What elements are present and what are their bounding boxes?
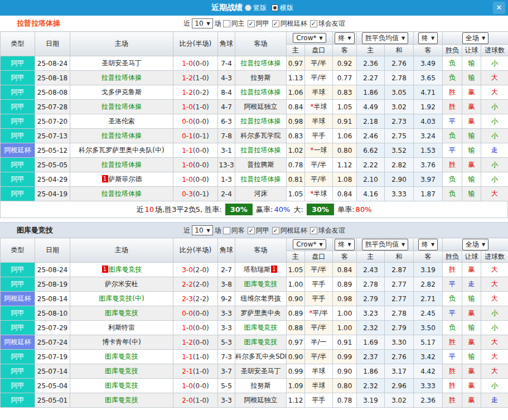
home-odds-cell: 0.84 xyxy=(287,100,305,114)
home-odds-cell: 0.97 xyxy=(287,335,305,350)
goals-result-cell: 小 xyxy=(481,56,508,71)
col-header-type: 类型 xyxy=(1,32,35,56)
fulltime-score: 1-0 xyxy=(182,324,193,332)
team-recent-results-section: 拉普拉塔体操 近 10 ▼ 场 同主✓阿甲✓阿根廷杯✓球会友谊 xyxy=(0,16,508,218)
league-type-cell: 阿根廷杯 xyxy=(1,143,35,158)
team-name-text: 拉普拉塔体操 xyxy=(101,103,142,110)
corner-cell: 2-7 xyxy=(218,263,235,277)
draw-avg-cell: 3.52 xyxy=(385,143,414,158)
col-header-away: 客场 xyxy=(235,238,287,263)
league-type-cell: 阿甲 xyxy=(1,364,35,379)
wdl-final-select[interactable]: 终▼ xyxy=(418,239,438,250)
handicap-result-cell: 输 xyxy=(462,56,481,71)
home-odds-cell: 1.05 xyxy=(287,187,305,201)
win-avg-cell: 2.10 xyxy=(357,172,385,187)
summary-segment: 30% xyxy=(307,204,334,215)
filter-checkbox[interactable]: ✓ xyxy=(310,20,317,27)
match-row: 阿甲 25-08-19 萨尔米安杜 2-2(2-0) 3-8 图库曼竞技 1.0… xyxy=(1,277,508,292)
draw-avg-cell: 2.76 xyxy=(385,350,414,364)
filter-checkbox[interactable]: ✓ xyxy=(272,20,279,27)
filter-checkbox[interactable] xyxy=(223,227,230,234)
corner-cell: 9-2 xyxy=(218,292,235,306)
lose-avg-cell: 3.97 xyxy=(414,172,443,187)
fulltime-header: 全场▼ xyxy=(443,32,508,45)
layout-radio[interactable] xyxy=(272,4,278,11)
home-team-cell: 拉普拉塔体操 xyxy=(70,100,173,114)
odds-provider-select[interactable]: Crow*▼ xyxy=(293,239,326,249)
draw-avg-cell: 3.17 xyxy=(385,364,414,379)
odds-final-select[interactable]: 终▼ xyxy=(335,32,354,44)
win-avg-cell: 4.16 xyxy=(357,187,385,201)
col-header-corner: 角球 xyxy=(218,238,235,263)
close-button[interactable]: ✕ xyxy=(493,2,505,14)
filter-checkbox-label: 阿根廷杯 xyxy=(280,19,307,28)
filter-checkbox[interactable]: ✓ xyxy=(310,227,317,234)
handicap-result-cell: 输 xyxy=(462,172,481,187)
halftime-score: (0-1) xyxy=(193,190,209,198)
result-cell: 胜 xyxy=(443,100,462,114)
away-team-cell: 普拉腾斯 xyxy=(235,158,287,172)
date-cell: 25-05-05 xyxy=(35,158,70,172)
team-name-text: 河床 xyxy=(254,190,268,197)
match-count-select[interactable]: 10 ▼ xyxy=(192,18,212,28)
team-name-text: 科尔多瓦罗萨里奥中央队(中) xyxy=(79,146,164,154)
wdl-final-select[interactable]: 终▼ xyxy=(418,32,438,44)
filter-checkbox[interactable]: ✓ xyxy=(248,20,255,27)
wdl-average-header: 胜平负均值▼ xyxy=(357,32,414,45)
filter-checkbox[interactable]: ✓ xyxy=(272,227,279,234)
team-name: 图库曼竞技 xyxy=(17,223,53,238)
sub-header-handicap-result: 让球 xyxy=(462,45,481,56)
layout-radio[interactable] xyxy=(245,4,251,11)
lose-avg-cell: 3.19 xyxy=(414,263,443,277)
date-cell: 25-08-08 xyxy=(35,85,70,100)
home-odds-cell: 0.99 xyxy=(287,364,305,379)
lose-avg-cell: 3.42 xyxy=(414,350,443,364)
odds-provider-select[interactable]: Crow*▼ xyxy=(293,33,326,43)
wdl-average-select[interactable]: 胜平负均值▼ xyxy=(362,239,408,250)
fulltime-select[interactable]: 全场▼ xyxy=(462,32,488,44)
filter-checkbox[interactable]: ✓ xyxy=(248,227,255,234)
home-team-cell: 圣洛伦索 xyxy=(70,114,173,129)
score-cell: 1-0(0-0) xyxy=(173,321,218,335)
sub-header-away-odds: 客 xyxy=(333,251,357,263)
odds-final-select[interactable]: 终▼ xyxy=(335,239,354,250)
home-odds-cell: 0.90 xyxy=(287,292,305,306)
home-odds-cell: 1.09 xyxy=(287,379,305,393)
filter-checkbox[interactable] xyxy=(223,20,230,27)
score-cell: 0-0(0-0) xyxy=(173,306,218,321)
draw-avg-cell: 2.79 xyxy=(385,321,414,335)
lose-avg-cell: 4.71 xyxy=(414,85,443,100)
lose-avg-cell: 1.87 xyxy=(414,187,443,201)
col-header-date: 日期 xyxy=(35,32,70,56)
halftime-score: (0-2) xyxy=(193,89,209,96)
halftime-score: (1-0) xyxy=(193,74,209,82)
wdl-average-select[interactable]: 胜平负均值▼ xyxy=(362,32,408,44)
win-avg-cell: 2.27 xyxy=(357,71,385,85)
col-header-score: 比分(半场) xyxy=(173,238,218,263)
home-team-cell: 拉普拉塔体操 xyxy=(70,187,173,201)
goals-result-cell: 小 xyxy=(481,306,508,321)
win-avg-cell: 2.37 xyxy=(357,350,385,364)
win-avg-cell: 2.18 xyxy=(357,114,385,129)
layout-radio-label: 竖版 xyxy=(253,3,267,13)
halftime-score: (1-0) xyxy=(193,353,209,361)
fulltime-select[interactable]: 全场▼ xyxy=(462,239,488,250)
date-cell: 25-08-24 xyxy=(35,263,70,277)
away-team-cell: 拉普拉塔体操 xyxy=(235,172,287,187)
match-count-select[interactable]: 10 ▼ xyxy=(192,225,212,235)
fulltime-score: 1-1 xyxy=(182,353,193,361)
halftime-score: (0-0) xyxy=(193,60,209,67)
team-name-text: 科尔多瓦中央SDE xyxy=(235,353,287,360)
team-name-text: 图库曼竞技 xyxy=(109,265,142,273)
home-team-cell: 图库曼竞技 xyxy=(70,364,173,379)
match-row: 阿甲 25-05-04 图库曼竞技 1-0(0-0) 5-5 拉努斯 1.09 … xyxy=(1,379,508,393)
handicap-result-cell: 赢 xyxy=(462,85,481,100)
sub-header-goals-result: 进球数 xyxy=(481,251,508,263)
league-type-cell: 阿甲 xyxy=(1,129,35,143)
handicap-cell: 平手 xyxy=(305,277,333,292)
team-name-text: 圣胡安圣马丁 xyxy=(101,59,142,67)
fulltime-score: 0-0 xyxy=(182,118,193,125)
match-row: 阿甲 25-08-08 戈多伊克鲁斯 1-2(0-2) 8-4 拉普拉塔体操 1… xyxy=(1,85,508,100)
lose-avg-cell: 1.53 xyxy=(414,143,443,158)
fulltime-score: 2-2 xyxy=(182,281,193,288)
